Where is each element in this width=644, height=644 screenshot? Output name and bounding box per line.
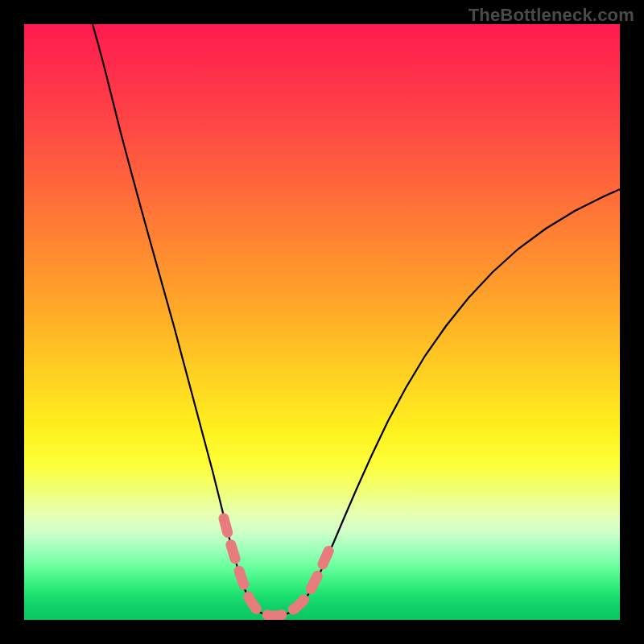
plot-area [24,24,620,620]
chart-frame: TheBottleneck.com [0,0,644,644]
watermark-text: TheBottleneck.com [469,5,634,26]
black-curve [93,24,620,616]
pink-overlay [224,518,332,616]
curve-svg [24,24,620,620]
